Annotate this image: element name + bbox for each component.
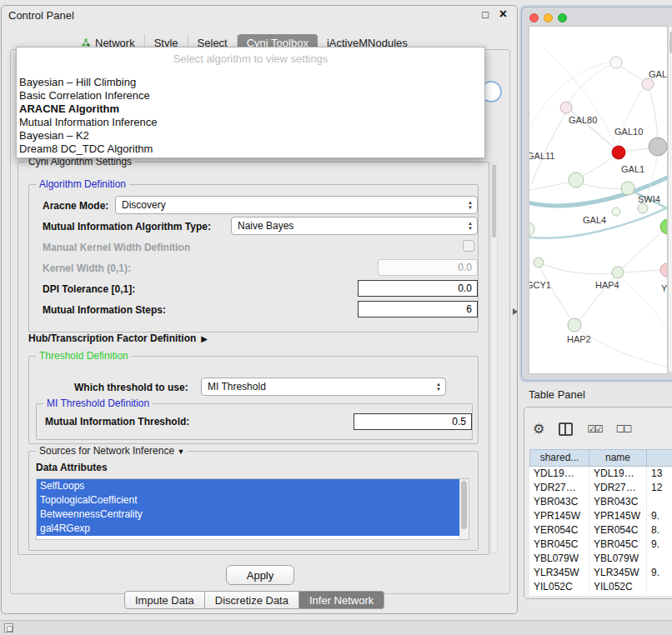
network-node[interactable]: [560, 102, 572, 113]
hub-transcription-factor-section[interactable]: Hub/Transcription Factor Definition ▶: [28, 332, 208, 344]
settings-scrollbar[interactable]: [490, 162, 498, 553]
attribute-item[interactable]: SelfLoops: [37, 479, 460, 493]
mi-threshold-field[interactable]: 0.5: [354, 413, 472, 430]
network-scrollbar[interactable]: [668, 26, 672, 372]
attribute-item[interactable]: gal4RGexp: [37, 522, 460, 536]
tab-impute-data[interactable]: Impute Data: [124, 591, 205, 609]
scrollbar-thumb[interactable]: [461, 481, 467, 529]
table-cell: YLR345W: [529, 566, 589, 580]
minimize-traffic-light-icon[interactable]: [544, 13, 553, 22]
column-header[interactable]: [647, 449, 672, 467]
table-row[interactable]: YDL19…YDL19…13: [529, 467, 672, 481]
network-node[interactable]: [612, 267, 624, 278]
network-node[interactable]: [612, 208, 620, 216]
tab-label: Impute Data: [135, 594, 194, 607]
network-node[interactable]: [534, 258, 544, 268]
expanded-arrow-icon[interactable]: ▼: [177, 448, 184, 456]
mi-steps-field[interactable]: 6: [358, 301, 478, 318]
table-body: YDL19…YDL19…13YDR27…YDR27…12YBR043CYBR04…: [529, 467, 672, 594]
close-window-icon[interactable]: ×: [499, 7, 507, 22]
network-node[interactable]: [642, 78, 654, 90]
table-row[interactable]: YPR145WYPR145W9.: [529, 509, 672, 523]
mi-threshold-label: Mutual Information Threshold:: [45, 416, 189, 428]
network-canvas[interactable]: GAL80GAL80GAL10GAL11GAL1SWI4GAL4GCY1HAP4…: [529, 26, 668, 374]
algorithm-option[interactable]: Bayesian – Hill Climbing: [19, 76, 484, 89]
bottom-status-strip: [0, 620, 672, 635]
splitter-arrow-icon[interactable]: [513, 308, 518, 315]
table-row[interactable]: YBR043CYBR043C: [529, 495, 672, 509]
network-node[interactable]: [610, 57, 622, 68]
group-title: Algorithm Definition: [36, 178, 129, 190]
dpi-tolerance-field[interactable]: 0.0: [358, 280, 478, 297]
network-node[interactable]: [638, 203, 648, 213]
tab-infer-network[interactable]: Infer Network: [299, 591, 384, 609]
which-threshold-label: Which threshold to use:: [74, 382, 188, 393]
column-header[interactable]: name: [589, 449, 647, 467]
table-cell: YPR145W: [589, 509, 647, 523]
cyni-algorithm-settings-group: Cyni Algorithm Settings Algorithm Defini…: [18, 162, 489, 555]
table-row[interactable]: YLR345WYLR345W9.: [529, 566, 672, 580]
updown-arrows-icon: ▴▾: [432, 382, 445, 392]
group-title: Threshold Definition: [36, 350, 132, 362]
column-header[interactable]: shared...: [529, 449, 589, 467]
table-row[interactable]: YBL079WYBL079W: [529, 552, 672, 566]
node-label: Y: [661, 283, 667, 293]
network-node[interactable]: [612, 146, 625, 159]
table-cell: [647, 580, 672, 594]
algorithm-option[interactable]: ARACNE Algorithm: [19, 102, 484, 116]
attributes-scrollbar[interactable]: [459, 479, 469, 539]
network-edge: [579, 183, 624, 189]
float-window-icon[interactable]: □: [482, 8, 489, 21]
network-node[interactable]: [529, 222, 534, 236]
attribute-item[interactable]: TopologicalCoefficient: [37, 493, 460, 508]
network-edge: [622, 229, 664, 268]
table-cell: YBR045C: [529, 538, 589, 552]
attribute-item[interactable]: BetweennessCentrality: [37, 508, 460, 522]
table-row[interactable]: YER054CYER054C8.: [529, 523, 672, 538]
node-table: shared...name YDL19…YDL19…13YDR27…YDR27……: [529, 449, 672, 596]
updown-arrows-icon: ▴▾: [464, 200, 477, 210]
network-node[interactable]: [621, 182, 634, 195]
tab-discretize-data[interactable]: Discretize Data: [205, 591, 299, 609]
algorithm-option[interactable]: Mutual Information Inference: [19, 116, 484, 129]
table-row[interactable]: YDR27…YDR27…12: [529, 481, 672, 495]
network-node[interactable]: [569, 172, 584, 188]
network-edge: [529, 182, 573, 191]
table-row[interactable]: YIL052CYIL052C: [529, 580, 672, 594]
gear-icon[interactable]: ⚙: [533, 422, 544, 436]
algorithm-option[interactable]: Dream8 DC_TDC Algorithm: [19, 142, 484, 156]
restore-panel-icon[interactable]: [4, 623, 13, 632]
node-label: GAL1: [621, 164, 644, 174]
close-traffic-light-icon[interactable]: [529, 13, 539, 22]
mi-threshold-definition-group: MI Threshold Definition Mutual Informati…: [36, 403, 473, 440]
network-node[interactable]: [568, 318, 581, 332]
algorithm-option[interactable]: Bayesian – K2: [19, 129, 484, 142]
sources-group: Sources for Network Inference ▼ Data Att…: [28, 451, 479, 551]
scrollbar-thumb[interactable]: [492, 164, 496, 238]
zoom-traffic-light-icon[interactable]: [558, 13, 567, 22]
selected-value: MI Threshold: [202, 381, 432, 392]
data-attributes-list[interactable]: SelfLoopsTopologicalCoefficientBetweenne…: [36, 478, 469, 540]
aracne-mode-select[interactable]: Discovery ▴▾: [115, 196, 478, 214]
deselect-all-checkboxes-icon[interactable]: ☐☐: [616, 423, 631, 435]
manual-kernel-width-checkbox[interactable]: [463, 240, 474, 252]
columns-icon[interactable]: [559, 422, 573, 436]
table-cell: YBR045C: [589, 538, 647, 552]
table-cell: YBR043C: [529, 495, 589, 509]
algorithm-popup-list: Bayesian – Hill ClimbingBasic Correlatio…: [17, 65, 484, 156]
apply-button[interactable]: Apply: [226, 565, 294, 585]
node-label: HAP4: [595, 280, 619, 290]
node-label: GAL80: [649, 69, 667, 79]
which-threshold-select[interactable]: MI Threshold ▴▾: [201, 378, 446, 396]
select-all-checkboxes-icon[interactable]: ☑☑: [587, 423, 602, 435]
table-header-row: shared...name: [529, 449, 672, 467]
group-title: Sources for Network Inference ▼: [36, 445, 188, 457]
collapsed-arrow-icon[interactable]: ▶: [201, 334, 208, 343]
table-row[interactable]: YBR045CYBR045C9.: [529, 538, 672, 552]
network-node[interactable]: [649, 138, 667, 156]
algorithm-option[interactable]: Basic Correlation Inference: [19, 89, 484, 102]
kernel-width-field[interactable]: 0.0: [378, 259, 478, 276]
mi-algorithm-type-select[interactable]: Naive Bayes ▴▾: [231, 217, 478, 235]
mi-algorithm-type-label: Mutual Information Algorithm Type:: [43, 221, 211, 232]
network-node[interactable]: [660, 263, 667, 277]
